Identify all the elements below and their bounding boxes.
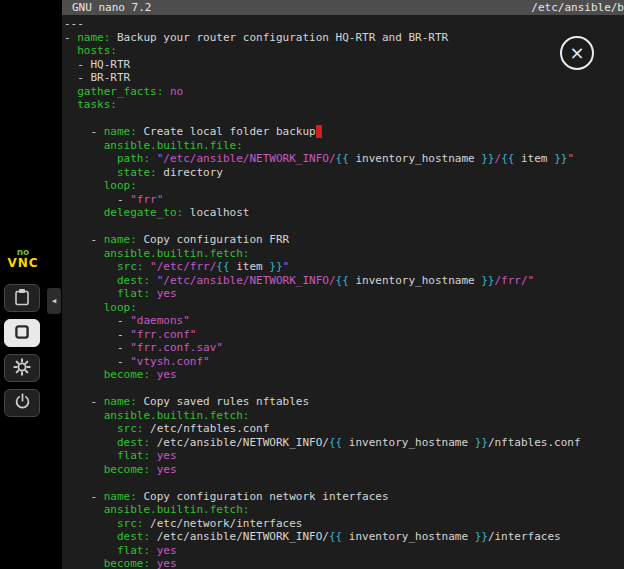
fullscreen-button[interactable] bbox=[4, 319, 40, 347]
clipboard-icon bbox=[14, 288, 30, 309]
code-segment: --- bbox=[64, 17, 84, 30]
code-segment: - bbox=[64, 125, 104, 138]
power-icon bbox=[14, 393, 31, 413]
editor[interactable]: ---- name: Backup your router configurat… bbox=[62, 15, 624, 569]
code-line bbox=[64, 112, 624, 126]
code-segment: /nftables.conf bbox=[488, 436, 581, 449]
code-segment bbox=[64, 166, 117, 179]
settings-button[interactable] bbox=[4, 354, 40, 382]
code-segment: dest: bbox=[117, 530, 150, 543]
code-segment: Create local folder backup bbox=[137, 125, 316, 138]
code-segment: "/etc/ansible/NETWORK_INFO/ bbox=[157, 274, 336, 287]
code-segment: - bbox=[64, 341, 130, 354]
clipboard-button[interactable] bbox=[4, 284, 40, 312]
nano-version: GNU nano 7.2 bbox=[72, 0, 151, 15]
code-segment: name: bbox=[77, 31, 110, 44]
close-icon: × bbox=[569, 42, 584, 63]
code-segment bbox=[150, 274, 157, 287]
code-segment: - bbox=[64, 355, 130, 368]
code-segment bbox=[150, 544, 157, 557]
code-segment: src: bbox=[117, 422, 144, 435]
code-segment: }} bbox=[481, 152, 494, 165]
code-line: src: /etc/network/interfaces bbox=[64, 517, 624, 531]
code-segment: ansible.builtin.fetch: bbox=[104, 247, 250, 260]
code-segment bbox=[64, 152, 117, 165]
code-segment bbox=[150, 449, 157, 462]
code-segment bbox=[64, 287, 117, 300]
code-line: flat: yes bbox=[64, 544, 624, 558]
code-segment: inventory_hostname bbox=[349, 274, 481, 287]
code-line: ansible.builtin.file: bbox=[64, 139, 624, 153]
code-segment: src: bbox=[117, 260, 144, 273]
code-segment: flat: bbox=[117, 544, 150, 557]
code-segment: become: bbox=[104, 368, 150, 381]
code-segment: {{ bbox=[501, 152, 514, 165]
code-segment: yes bbox=[157, 368, 177, 381]
code-segment: /etc/ansible/NETWORK_INFO/ bbox=[150, 436, 329, 449]
code-segment: {{ bbox=[336, 274, 349, 287]
code-segment: "vtysh.conf" bbox=[130, 355, 209, 368]
code-segment bbox=[64, 436, 117, 449]
code-segment: inventory_hostname bbox=[342, 530, 474, 543]
code-segment: "/etc/ansible/NETWORK_INFO/ bbox=[157, 152, 336, 165]
code-segment: - bbox=[64, 31, 77, 44]
code-line: ansible.builtin.fetch: bbox=[64, 503, 624, 517]
code-segment bbox=[64, 139, 104, 152]
code-segment: gather_facts: bbox=[77, 85, 163, 98]
code-segment: "frr.conf.sav" bbox=[130, 341, 223, 354]
code-line: delegate_to: localhost bbox=[64, 206, 624, 220]
code-segment bbox=[64, 301, 104, 314]
code-line: - BR-RTR bbox=[64, 71, 624, 85]
code-segment bbox=[150, 463, 157, 476]
code-segment: Copy configuration FRR bbox=[137, 233, 289, 246]
code-segment: {{ bbox=[216, 260, 229, 273]
code-line bbox=[64, 476, 624, 490]
code-line: path: "/etc/ansible/NETWORK_INFO/{{ inve… bbox=[64, 152, 624, 166]
code-segment: yes bbox=[157, 544, 177, 557]
code-segment: yes bbox=[157, 557, 177, 569]
code-segment: tasks: bbox=[77, 98, 117, 111]
code-line: ansible.builtin.fetch: bbox=[64, 247, 624, 261]
code-segment: flat: bbox=[117, 449, 150, 462]
code-line: - "daemons" bbox=[64, 314, 624, 328]
code-segment: hosts: bbox=[77, 44, 117, 57]
code-segment bbox=[64, 206, 104, 219]
code-segment: Backup your router configuration HQ-RTR … bbox=[110, 31, 448, 44]
code-segment bbox=[64, 557, 104, 569]
code-segment bbox=[64, 544, 117, 557]
code-segment bbox=[163, 85, 170, 98]
code-line: hosts: bbox=[64, 44, 624, 58]
code-line: - name: Copy configuration FRR bbox=[64, 233, 624, 247]
code-segment: Copy saved rules nftables bbox=[137, 395, 309, 408]
code-segment: yes bbox=[157, 449, 177, 462]
code-segment bbox=[64, 247, 104, 260]
code-segment: - bbox=[64, 314, 130, 327]
code-segment bbox=[150, 368, 157, 381]
code-line: - name: Create local folder backup bbox=[64, 125, 624, 139]
code-segment: loop: bbox=[104, 301, 137, 314]
collapse-arrow-icon: ◀ bbox=[52, 297, 56, 305]
code-line: - "frr" bbox=[64, 193, 624, 207]
code-segment: become: bbox=[104, 463, 150, 476]
power-button[interactable] bbox=[4, 389, 40, 417]
close-button[interactable]: × bbox=[560, 36, 594, 70]
code-line: tasks: bbox=[64, 98, 624, 112]
code-line: loop: bbox=[64, 301, 624, 315]
code-segment: - BR-RTR bbox=[64, 71, 130, 84]
code-line: - "frr.conf.sav" bbox=[64, 341, 624, 355]
novnc-logo-text: VNC bbox=[0, 257, 46, 269]
code-segment bbox=[150, 287, 157, 300]
code-segment: inventory_hostname bbox=[349, 152, 481, 165]
code-segment: loop: bbox=[104, 179, 137, 192]
code-line: dest: /etc/ansible/NETWORK_INFO/{{ inven… bbox=[64, 436, 624, 450]
code-line: dest: /etc/ansible/NETWORK_INFO/{{ inven… bbox=[64, 530, 624, 544]
code-segment: src: bbox=[117, 517, 144, 530]
code-segment: flat: bbox=[117, 287, 150, 300]
code-segment: become: bbox=[104, 557, 150, 569]
control-bar-handle[interactable]: ◀ bbox=[47, 288, 61, 314]
code-segment: }} bbox=[475, 530, 488, 543]
code-line: - HQ-RTR bbox=[64, 58, 624, 72]
code-segment: "/etc/frr/ bbox=[150, 260, 216, 273]
nano-filename: /etc/ansible/b bbox=[531, 0, 624, 15]
code-segment: delegate_to: bbox=[104, 206, 183, 219]
